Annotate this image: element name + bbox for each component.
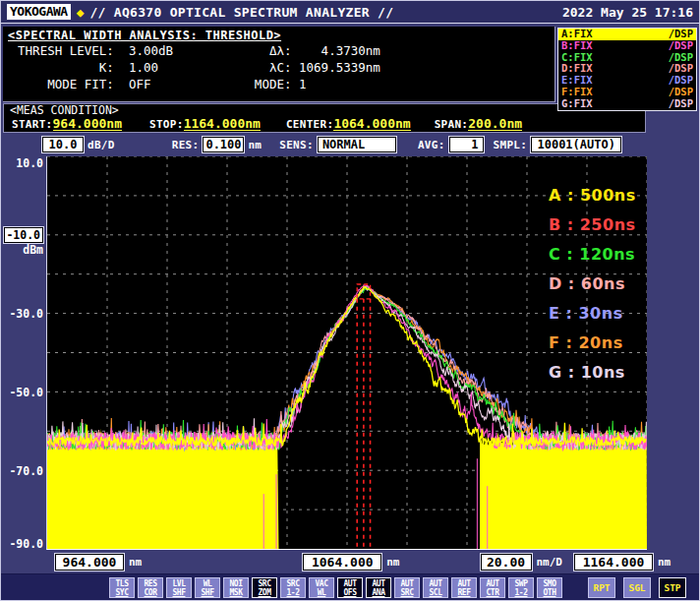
softkey-aut-scl[interactable]: AUTSCL bbox=[423, 577, 448, 598]
trace-dsp-mode: /DSP bbox=[669, 40, 693, 52]
span-setting[interactable]: SPAN: 200.0nm bbox=[435, 117, 522, 131]
trace-row-b[interactable]: B:FIX/DSP bbox=[558, 40, 696, 52]
analysis-row: MODE FIT: OFF MODE: 1 bbox=[3, 76, 554, 92]
osa-screen: YOKOGAWA ◆ // AQ6370 OPTICAL SPECTRUM AN… bbox=[0, 0, 700, 601]
x-scale-value[interactable]: 20.00 nm/D bbox=[481, 554, 563, 571]
yokogawa-logo: YOKOGAWA bbox=[7, 4, 71, 20]
page-title: // AQ6370 OPTICAL SPECTRUM ANALYZER // bbox=[89, 5, 393, 20]
sweep-stp-button[interactable]: STP bbox=[659, 577, 686, 598]
trace-dsp-mode: /DSP bbox=[669, 98, 693, 110]
meas-condition-panel: <MEAS CONDITION> START: 964.000nm STOP: … bbox=[3, 103, 646, 133]
sweep-rpt-button[interactable]: RPT bbox=[588, 577, 615, 598]
analysis-title: <SPECTRAL WIDTH ANALYSIS: THRESHOLD> bbox=[8, 29, 554, 42]
softkey-aut-ctr[interactable]: AUTCTR bbox=[480, 577, 505, 598]
softkey-src-zom[interactable]: SRCZOM bbox=[252, 577, 277, 598]
softkey-lvl-shf[interactable]: LVLSHF bbox=[166, 577, 192, 598]
y-axis-label: -30.0 bbox=[1, 307, 43, 321]
softkey-tls-syc[interactable]: TLSSYC bbox=[109, 577, 135, 598]
legend-item-c: C : 120ns bbox=[549, 245, 635, 264]
x-center-value[interactable]: 1064.000 nm bbox=[303, 554, 399, 571]
analysis-row: THRESH LEVEL: 3.00dB Δλ: 4.3730nm bbox=[3, 42, 554, 59]
resolution-setting[interactable]: RES: 0.100 nm bbox=[172, 137, 262, 152]
x-axis-bar: 964.000 nm 1064.000 nm 20.00 nm/D 1164.0… bbox=[1, 550, 700, 573]
trace-label: B:FIX bbox=[561, 40, 593, 52]
x-stop-value[interactable]: 1164.000 nm bbox=[574, 554, 671, 571]
trace-status-table: A:FIX/DSPB:FIX/DSPC:FIX/DSPD:FIX/DSPE:FI… bbox=[557, 28, 697, 111]
yokogawa-diamond-icon: ◆ bbox=[77, 6, 85, 19]
legend-item-g: G : 10ns bbox=[549, 363, 625, 382]
legend-item-d: D : 60ns bbox=[549, 274, 625, 293]
softkey-aut-ref[interactable]: AUTREF bbox=[451, 577, 477, 598]
spectrum-graph-area: 10.0 -10.0 dBm -30.0 -50.0 -70.0 -90.0 R… bbox=[1, 156, 700, 550]
trace-dsp-mode: /DSP bbox=[669, 87, 693, 98]
sweep-sgl-button[interactable]: SGL bbox=[623, 577, 651, 598]
softkey-src-1-2[interactable]: SRC1-2 bbox=[280, 577, 306, 598]
softkey-res-cor[interactable]: RESCOR bbox=[138, 577, 163, 598]
softkey-noi-msk[interactable]: NOIMSK bbox=[223, 577, 249, 598]
y-axis-label: 10.0 bbox=[1, 156, 43, 170]
average-setting[interactable]: AVG: 1 bbox=[418, 137, 484, 152]
softkey-aut-src[interactable]: AUTSRC bbox=[394, 577, 420, 598]
analysis-row: K: 1.00 λC: 1069.5339nm bbox=[3, 59, 554, 76]
trace-row-f[interactable]: F:FIX/DSP bbox=[558, 87, 696, 98]
spectral-width-analysis-panel: <SPECTRAL WIDTH ANALYSIS: THRESHOLD> THR… bbox=[3, 27, 555, 102]
trace-label: G:FIX bbox=[561, 98, 593, 110]
datetime-display: 2022 May 25 17:16 bbox=[562, 5, 693, 20]
softkey-aut-ofs[interactable]: AUTOFS bbox=[337, 577, 363, 598]
y-axis-label: -70.0 bbox=[1, 464, 43, 478]
legend-item-e: E : 30ns bbox=[549, 304, 623, 323]
title-bar: YOKOGAWA ◆ // AQ6370 OPTICAL SPECTRUM AN… bbox=[1, 1, 699, 24]
sensitivity-setting[interactable]: SENS: NORMAL bbox=[279, 137, 396, 152]
x-start-value[interactable]: 964.000 nm bbox=[55, 554, 142, 571]
center-wavelength[interactable]: CENTER: 1064.000nm bbox=[286, 117, 411, 131]
softkey-swp-1-2[interactable]: SWP1-2 bbox=[508, 577, 534, 598]
start-wavelength[interactable]: START: 964.000nm bbox=[12, 117, 122, 131]
trace-row-g[interactable]: G:FIX/DSP bbox=[558, 98, 696, 110]
legend-item-f: F : 20ns bbox=[549, 333, 623, 352]
legend-item-a: A : 500ns bbox=[549, 186, 636, 205]
legend-item-b: B : 250ns bbox=[549, 215, 636, 234]
y-axis-label: -50.0 bbox=[1, 386, 43, 399]
stop-wavelength[interactable]: STOP: 1164.000nm bbox=[149, 117, 261, 131]
softkey-toolbar: TLSSYCRESCORLVLSHFWLSHFNOIMSKSRCZOMSRC1-… bbox=[1, 573, 700, 600]
ref-level-box[interactable]: -10.0 bbox=[4, 227, 43, 243]
softkey-wl-shf[interactable]: WLSHF bbox=[195, 577, 220, 598]
softkey-smo-oth[interactable]: SMOOTH bbox=[537, 577, 562, 598]
y-axis-label: -90.0 bbox=[1, 537, 43, 551]
level-scale-setting[interactable]: 10.0 dB/D bbox=[42, 137, 115, 152]
softkey-aut-ana[interactable]: AUTANA bbox=[366, 577, 391, 598]
trace-label: F:FIX bbox=[561, 87, 593, 98]
softkey-vac-wl[interactable]: VACWL bbox=[309, 577, 334, 598]
y-axis-unit: dBm bbox=[1, 243, 43, 257]
display-settings-bar: 10.0 dB/D RES: 0.100 nm SENS: NORMAL AVG… bbox=[1, 133, 700, 156]
sampling-setting[interactable]: SMPL: 10001(AUTO) bbox=[494, 137, 622, 152]
